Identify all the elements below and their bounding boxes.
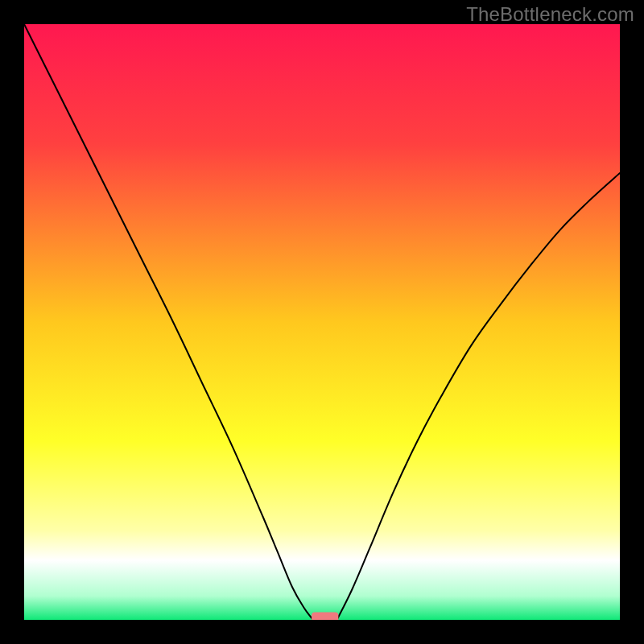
valley-marker [312,612,338,620]
bottleneck-chart [24,24,620,620]
plot-background [24,24,620,620]
watermark-text: TheBottleneck.com [466,3,634,26]
chart-frame: TheBottleneck.com [0,0,644,644]
